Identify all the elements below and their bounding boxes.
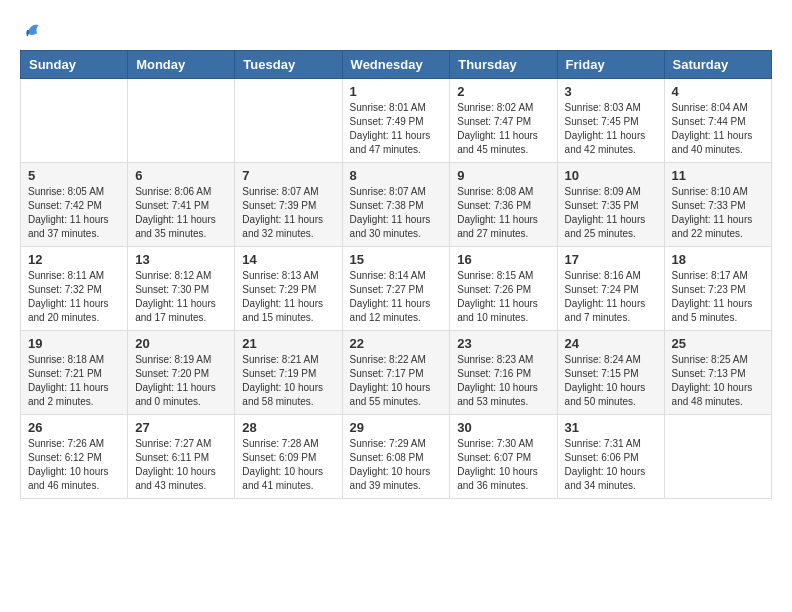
calendar-week-row: 1Sunrise: 8:01 AM Sunset: 7:49 PM Daylig… <box>21 79 772 163</box>
calendar-cell: 29Sunrise: 7:29 AM Sunset: 6:08 PM Dayli… <box>342 415 450 499</box>
calendar-cell: 16Sunrise: 8:15 AM Sunset: 7:26 PM Dayli… <box>450 247 557 331</box>
day-info: Sunrise: 8:06 AM Sunset: 7:41 PM Dayligh… <box>135 185 227 241</box>
day-info: Sunrise: 8:03 AM Sunset: 7:45 PM Dayligh… <box>565 101 657 157</box>
calendar-cell: 8Sunrise: 8:07 AM Sunset: 7:38 PM Daylig… <box>342 163 450 247</box>
day-number: 8 <box>350 168 443 183</box>
day-info: Sunrise: 8:13 AM Sunset: 7:29 PM Dayligh… <box>242 269 334 325</box>
day-number: 12 <box>28 252 120 267</box>
day-info: Sunrise: 7:27 AM Sunset: 6:11 PM Dayligh… <box>135 437 227 493</box>
day-number: 13 <box>135 252 227 267</box>
day-number: 9 <box>457 168 549 183</box>
day-number: 31 <box>565 420 657 435</box>
day-info: Sunrise: 8:16 AM Sunset: 7:24 PM Dayligh… <box>565 269 657 325</box>
calendar-week-row: 5Sunrise: 8:05 AM Sunset: 7:42 PM Daylig… <box>21 163 772 247</box>
day-info: Sunrise: 8:14 AM Sunset: 7:27 PM Dayligh… <box>350 269 443 325</box>
day-info: Sunrise: 8:04 AM Sunset: 7:44 PM Dayligh… <box>672 101 764 157</box>
calendar-cell: 10Sunrise: 8:09 AM Sunset: 7:35 PM Dayli… <box>557 163 664 247</box>
day-number: 10 <box>565 168 657 183</box>
calendar-cell: 24Sunrise: 8:24 AM Sunset: 7:15 PM Dayli… <box>557 331 664 415</box>
weekday-header-row: SundayMondayTuesdayWednesdayThursdayFrid… <box>21 51 772 79</box>
day-info: Sunrise: 8:21 AM Sunset: 7:19 PM Dayligh… <box>242 353 334 409</box>
calendar-cell: 21Sunrise: 8:21 AM Sunset: 7:19 PM Dayli… <box>235 331 342 415</box>
calendar-cell <box>128 79 235 163</box>
day-info: Sunrise: 7:31 AM Sunset: 6:06 PM Dayligh… <box>565 437 657 493</box>
calendar-cell: 14Sunrise: 8:13 AM Sunset: 7:29 PM Dayli… <box>235 247 342 331</box>
day-number: 6 <box>135 168 227 183</box>
day-info: Sunrise: 8:10 AM Sunset: 7:33 PM Dayligh… <box>672 185 764 241</box>
weekday-header-friday: Friday <box>557 51 664 79</box>
day-info: Sunrise: 8:18 AM Sunset: 7:21 PM Dayligh… <box>28 353 120 409</box>
page-header <box>20 20 772 40</box>
day-number: 14 <box>242 252 334 267</box>
calendar-cell: 9Sunrise: 8:08 AM Sunset: 7:36 PM Daylig… <box>450 163 557 247</box>
calendar-cell: 12Sunrise: 8:11 AM Sunset: 7:32 PM Dayli… <box>21 247 128 331</box>
day-info: Sunrise: 8:02 AM Sunset: 7:47 PM Dayligh… <box>457 101 549 157</box>
day-info: Sunrise: 8:07 AM Sunset: 7:38 PM Dayligh… <box>350 185 443 241</box>
calendar-cell: 26Sunrise: 7:26 AM Sunset: 6:12 PM Dayli… <box>21 415 128 499</box>
calendar-cell: 3Sunrise: 8:03 AM Sunset: 7:45 PM Daylig… <box>557 79 664 163</box>
weekday-header-thursday: Thursday <box>450 51 557 79</box>
calendar-cell: 17Sunrise: 8:16 AM Sunset: 7:24 PM Dayli… <box>557 247 664 331</box>
day-info: Sunrise: 8:08 AM Sunset: 7:36 PM Dayligh… <box>457 185 549 241</box>
day-number: 23 <box>457 336 549 351</box>
day-info: Sunrise: 8:15 AM Sunset: 7:26 PM Dayligh… <box>457 269 549 325</box>
day-number: 17 <box>565 252 657 267</box>
day-number: 24 <box>565 336 657 351</box>
day-number: 7 <box>242 168 334 183</box>
calendar-week-row: 26Sunrise: 7:26 AM Sunset: 6:12 PM Dayli… <box>21 415 772 499</box>
calendar-cell <box>21 79 128 163</box>
calendar-cell: 13Sunrise: 8:12 AM Sunset: 7:30 PM Dayli… <box>128 247 235 331</box>
day-number: 3 <box>565 84 657 99</box>
weekday-header-tuesday: Tuesday <box>235 51 342 79</box>
day-number: 15 <box>350 252 443 267</box>
day-number: 28 <box>242 420 334 435</box>
calendar-cell: 5Sunrise: 8:05 AM Sunset: 7:42 PM Daylig… <box>21 163 128 247</box>
calendar-cell: 25Sunrise: 8:25 AM Sunset: 7:13 PM Dayli… <box>664 331 771 415</box>
calendar-cell: 4Sunrise: 8:04 AM Sunset: 7:44 PM Daylig… <box>664 79 771 163</box>
calendar-cell: 6Sunrise: 8:06 AM Sunset: 7:41 PM Daylig… <box>128 163 235 247</box>
day-number: 27 <box>135 420 227 435</box>
calendar-week-row: 12Sunrise: 8:11 AM Sunset: 7:32 PM Dayli… <box>21 247 772 331</box>
day-number: 2 <box>457 84 549 99</box>
day-number: 20 <box>135 336 227 351</box>
day-number: 25 <box>672 336 764 351</box>
weekday-header-saturday: Saturday <box>664 51 771 79</box>
day-number: 26 <box>28 420 120 435</box>
calendar-cell: 31Sunrise: 7:31 AM Sunset: 6:06 PM Dayli… <box>557 415 664 499</box>
weekday-header-sunday: Sunday <box>21 51 128 79</box>
day-number: 4 <box>672 84 764 99</box>
day-info: Sunrise: 7:28 AM Sunset: 6:09 PM Dayligh… <box>242 437 334 493</box>
day-number: 11 <box>672 168 764 183</box>
day-info: Sunrise: 8:22 AM Sunset: 7:17 PM Dayligh… <box>350 353 443 409</box>
day-number: 30 <box>457 420 549 435</box>
day-info: Sunrise: 7:29 AM Sunset: 6:08 PM Dayligh… <box>350 437 443 493</box>
day-number: 22 <box>350 336 443 351</box>
day-number: 19 <box>28 336 120 351</box>
calendar-table: SundayMondayTuesdayWednesdayThursdayFrid… <box>20 50 772 499</box>
calendar-cell: 2Sunrise: 8:02 AM Sunset: 7:47 PM Daylig… <box>450 79 557 163</box>
calendar-cell: 7Sunrise: 8:07 AM Sunset: 7:39 PM Daylig… <box>235 163 342 247</box>
day-info: Sunrise: 8:05 AM Sunset: 7:42 PM Dayligh… <box>28 185 120 241</box>
day-number: 1 <box>350 84 443 99</box>
day-number: 16 <box>457 252 549 267</box>
calendar-cell: 22Sunrise: 8:22 AM Sunset: 7:17 PM Dayli… <box>342 331 450 415</box>
calendar-cell: 1Sunrise: 8:01 AM Sunset: 7:49 PM Daylig… <box>342 79 450 163</box>
day-number: 21 <box>242 336 334 351</box>
day-info: Sunrise: 7:26 AM Sunset: 6:12 PM Dayligh… <box>28 437 120 493</box>
day-info: Sunrise: 8:01 AM Sunset: 7:49 PM Dayligh… <box>350 101 443 157</box>
day-info: Sunrise: 8:24 AM Sunset: 7:15 PM Dayligh… <box>565 353 657 409</box>
day-info: Sunrise: 8:19 AM Sunset: 7:20 PM Dayligh… <box>135 353 227 409</box>
calendar-cell: 27Sunrise: 7:27 AM Sunset: 6:11 PM Dayli… <box>128 415 235 499</box>
day-number: 29 <box>350 420 443 435</box>
calendar-cell: 15Sunrise: 8:14 AM Sunset: 7:27 PM Dayli… <box>342 247 450 331</box>
calendar-cell <box>235 79 342 163</box>
logo-icon <box>22 20 42 40</box>
day-number: 18 <box>672 252 764 267</box>
day-info: Sunrise: 8:09 AM Sunset: 7:35 PM Dayligh… <box>565 185 657 241</box>
day-info: Sunrise: 7:30 AM Sunset: 6:07 PM Dayligh… <box>457 437 549 493</box>
day-info: Sunrise: 8:12 AM Sunset: 7:30 PM Dayligh… <box>135 269 227 325</box>
day-info: Sunrise: 8:07 AM Sunset: 7:39 PM Dayligh… <box>242 185 334 241</box>
calendar-cell: 18Sunrise: 8:17 AM Sunset: 7:23 PM Dayli… <box>664 247 771 331</box>
weekday-header-monday: Monday <box>128 51 235 79</box>
calendar-cell <box>664 415 771 499</box>
